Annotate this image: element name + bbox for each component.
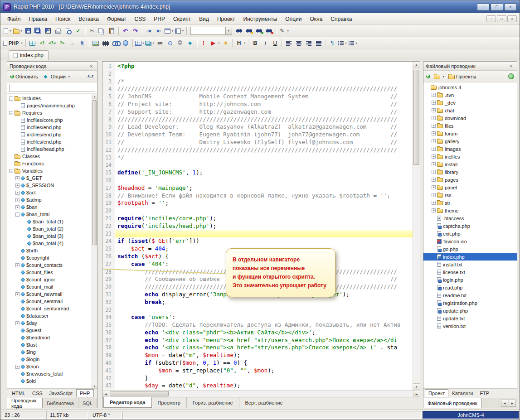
file-explorer-item-files[interactable]: +files bbox=[423, 122, 517, 130]
code-explorer-item-$guest[interactable]: $guest bbox=[7, 327, 92, 334]
close-icon[interactable]: × bbox=[508, 63, 515, 69]
code-explorer-item-Functions[interactable]: Functions bbox=[7, 160, 92, 167]
file-explorer-item-_dev[interactable]: +_dev bbox=[423, 99, 517, 106]
file-explorer-item-update.php[interactable]: update.php bbox=[423, 307, 517, 314]
underline-button[interactable]: U bbox=[270, 38, 280, 48]
code-explorer-item-incfiles/end.php[interactable]: incfiles/end.php bbox=[7, 131, 92, 138]
find-in-files-button[interactable] bbox=[254, 26, 264, 36]
file-explorer-item-update.txt[interactable]: update.txt bbox=[423, 314, 517, 322]
file-explorer-item-panel[interactable]: +panel bbox=[423, 183, 517, 191]
bold-button[interactable]: B bbox=[250, 38, 260, 48]
code-explorer-item-Includes[interactable]: -Includes bbox=[7, 95, 92, 102]
code-line[interactable]: 39 $mon = date("m", $realtime); bbox=[102, 352, 413, 359]
spell-check-button[interactable]: ✓ bbox=[73, 26, 83, 36]
code-line[interactable]: 12//////////////////////////////////////… bbox=[102, 146, 413, 154]
code-explorer-item-$count_sentunread[interactable]: $count_sentunread bbox=[7, 305, 92, 312]
code-explorer-item-$ban[interactable]: +$ban bbox=[7, 203, 92, 211]
view-tab-Просмотр[interactable]: Просмотр bbox=[152, 397, 187, 408]
file-explorer-item-.svn[interactable]: +.svn bbox=[423, 91, 517, 99]
code-explorer-item-$count_mail[interactable]: $count_mail bbox=[7, 283, 92, 290]
code-explorer-item-$count_ignor[interactable]: $count_ignor bbox=[7, 276, 92, 283]
maximize-button[interactable]: □ bbox=[491, 3, 503, 11]
menu-item-Правка[interactable]: Правка bbox=[25, 14, 52, 24]
insert-anchor-button[interactable] bbox=[111, 38, 121, 48]
code-line[interactable]: 43 $day = date("d", $realtime); bbox=[102, 382, 413, 390]
splitter-left[interactable] bbox=[97, 61, 102, 408]
projects-button[interactable]: Проекты bbox=[447, 72, 477, 80]
code-line[interactable]: 23 bbox=[102, 230, 413, 238]
file-explorer-item-registration.php[interactable]: registration.php bbox=[423, 299, 517, 307]
code-explorer-item-$headmod[interactable]: $headmod bbox=[7, 334, 92, 341]
expand-plus-icon[interactable]: + bbox=[432, 116, 436, 120]
menu-item-Опции[interactable]: Опции bbox=[281, 14, 306, 24]
open-file-button[interactable]: ▼ bbox=[13, 26, 23, 36]
symbol-gem-button[interactable]: ◆ bbox=[185, 38, 195, 48]
copyright-symbol-button[interactable]: © bbox=[175, 38, 185, 48]
fe-refresh-button[interactable] bbox=[425, 73, 432, 79]
code-line[interactable]: 21require('incfiles/core.php'); bbox=[102, 215, 413, 222]
code-line[interactable]: 42 } bbox=[102, 375, 413, 382]
code-explorer-item-$lng[interactable]: $lng bbox=[7, 348, 92, 356]
code-line[interactable]: 38 echo '<div class="menu"><a href="str/… bbox=[102, 344, 413, 352]
insert-link-button[interactable] bbox=[121, 38, 131, 48]
expand-plus-icon[interactable]: + bbox=[432, 201, 436, 205]
expand-plus-icon[interactable]: + bbox=[432, 154, 436, 159]
expand-plus-icon[interactable]: + bbox=[432, 131, 436, 135]
collapse-minus-icon[interactable]: - bbox=[9, 97, 13, 101]
lang-tab-JavaScript[interactable]: JavaScript bbox=[46, 389, 76, 397]
code-explorer-item-$ban_total_(2)[interactable]: $ban_total (2) bbox=[7, 225, 92, 232]
close-button[interactable]: × bbox=[504, 3, 517, 11]
code-explorer-scrollbar[interactable]: ▲ ▼ bbox=[92, 94, 97, 388]
code-explorer-item-$ban_total[interactable]: -$ban_total bbox=[7, 211, 92, 218]
php-open-tag-button[interactable]: <? bbox=[38, 38, 47, 48]
panel-tab-SQL[interactable]: SQL bbox=[78, 398, 97, 408]
expand-plus-icon[interactable]: + bbox=[432, 208, 436, 212]
code-line[interactable]: 19$rootpath = ''; bbox=[102, 199, 413, 207]
file-explorer-item-index.php[interactable]: index.php bbox=[423, 253, 517, 261]
code-line[interactable]: 13*/ bbox=[102, 154, 413, 162]
save-as-button[interactable] bbox=[44, 26, 53, 36]
code-line[interactable]: 8///////////////////////////////////////… bbox=[102, 116, 413, 124]
copy-button[interactable] bbox=[97, 26, 107, 36]
scroll-right-icon[interactable]: ▶ bbox=[413, 391, 420, 397]
minimize-button[interactable]: − bbox=[477, 3, 490, 11]
code-line[interactable]: 34 case 'users': bbox=[102, 314, 413, 321]
heading-button[interactable]: H▼ bbox=[234, 38, 246, 48]
mdi-close-button[interactable]: × bbox=[507, 15, 517, 22]
nbsp-entity-button[interactable]: → bbox=[68, 38, 77, 48]
menu-item-Вставка[interactable]: Вставка bbox=[74, 14, 103, 24]
snippets-button[interactable] bbox=[28, 38, 37, 48]
menu-item-Инструменты[interactable]: Инструменты bbox=[239, 14, 282, 24]
find-button[interactable] bbox=[234, 26, 244, 36]
run-arrow-button[interactable]: ▶▼ bbox=[209, 38, 221, 48]
insert-media-button[interactable] bbox=[101, 38, 111, 48]
cut-button[interactable]: ✂ bbox=[87, 26, 97, 36]
code-line[interactable]: 6// Project site: http://johncms.com // bbox=[102, 101, 413, 108]
align-right-button[interactable] bbox=[304, 38, 313, 48]
php-close-tag-button[interactable]: ?> bbox=[58, 38, 67, 48]
file-explorer-item-readme.txt[interactable]: readme.txt bbox=[423, 291, 517, 299]
code-line[interactable]: 40 if (substr($mon, 0, 1) == 0) { bbox=[102, 359, 413, 367]
lang-tab-CSS[interactable]: CSS bbox=[29, 389, 46, 397]
file-explorer-item-captcha.php[interactable]: captcha.php bbox=[423, 222, 517, 230]
scrollbar-thumb[interactable] bbox=[413, 70, 419, 165]
file-explorer-item-johncms-4[interactable]: johncms-4 bbox=[423, 83, 517, 91]
align-center-button[interactable] bbox=[294, 38, 303, 48]
code-line[interactable]: 4///////////////////////////////////////… bbox=[102, 85, 413, 93]
code-explorer-item-$count_sentmail[interactable]: $count_sentmail bbox=[7, 298, 92, 305]
menu-item-Проект[interactable]: Проект bbox=[213, 14, 239, 24]
view-tab-Верт. разбиение[interactable]: Верт. разбиение bbox=[239, 397, 289, 408]
close-icon[interactable]: × bbox=[88, 63, 95, 69]
code-explorer-item-$_SESSION[interactable]: +$_SESSION bbox=[7, 182, 92, 189]
paragraph-button[interactable]: ¶ bbox=[327, 38, 337, 48]
code-line[interactable]: 16 bbox=[102, 177, 413, 184]
editor-vertical-scrollbar[interactable]: ▲ ▼ bbox=[413, 62, 420, 390]
scroll-left-icon[interactable]: ◀ bbox=[501, 400, 508, 407]
code-line[interactable]: 35 //TODO: Сделать переключатель доступа… bbox=[102, 321, 413, 329]
file-explorer-item-pages[interactable]: +pages bbox=[423, 176, 517, 183]
chevron-down-icon[interactable]: ▼ bbox=[225, 27, 232, 34]
expand-plus-icon[interactable]: + bbox=[432, 147, 436, 151]
options-button[interactable]: ◆ Опции ▼ bbox=[40, 72, 72, 81]
expand-plus-icon[interactable]: + bbox=[15, 176, 19, 180]
favorites-button[interactable]: ★ bbox=[221, 38, 230, 48]
